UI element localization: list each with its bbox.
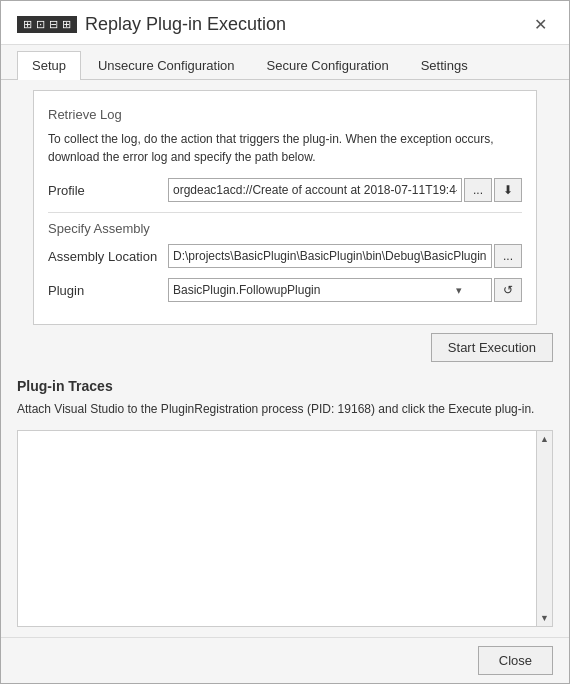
- traces-box: ▲ ▼: [17, 430, 553, 627]
- tab-secure-configuration[interactable]: Secure Configuration: [252, 51, 404, 79]
- scroll-down-button[interactable]: ▼: [537, 610, 553, 626]
- profile-input-group: ... ⬇: [168, 178, 522, 202]
- traces-section: Plug-in Traces Attach Visual Studio to t…: [1, 370, 569, 430]
- plugin-select-wrapper: BasicPlugin.FollowupPlugin: [168, 278, 492, 302]
- main-area: Retrieve Log To collect the log, do the …: [1, 80, 569, 637]
- retrieve-log-title: Retrieve Log: [48, 107, 522, 122]
- toolbar-icon-4[interactable]: ⊞: [62, 18, 71, 31]
- title-bar: ⊞ ⊡ ⊟ ⊞ Replay Plug-in Execution ✕: [1, 1, 569, 45]
- profile-row: Profile ... ⬇: [48, 178, 522, 202]
- panel-content: Retrieve Log To collect the log, do the …: [17, 90, 553, 325]
- profile-input[interactable]: [168, 178, 462, 202]
- plugin-label: Plugin: [48, 283, 168, 298]
- action-bar: Start Execution: [1, 325, 569, 370]
- setup-panel: Retrieve Log To collect the log, do the …: [33, 90, 537, 325]
- close-button[interactable]: Close: [478, 646, 553, 675]
- plugin-select[interactable]: BasicPlugin.FollowupPlugin: [168, 278, 492, 302]
- plugin-input-group: BasicPlugin.FollowupPlugin ↺: [168, 278, 522, 302]
- assembly-location-input[interactable]: [168, 244, 492, 268]
- tab-unsecure-configuration[interactable]: Unsecure Configuration: [83, 51, 250, 79]
- traces-scrollbar: ▲ ▼: [536, 431, 552, 626]
- specify-assembly-title: Specify Assembly: [48, 221, 522, 236]
- traces-title: Plug-in Traces: [17, 378, 553, 394]
- traces-description: Attach Visual Studio to the PluginRegist…: [17, 400, 553, 418]
- tab-setup[interactable]: Setup: [17, 51, 81, 80]
- dialog-title: Replay Plug-in Execution: [85, 14, 286, 35]
- assembly-location-label: Assembly Location: [48, 249, 168, 264]
- tab-bar: Setup Unsecure Configuration Secure Conf…: [1, 45, 569, 80]
- start-execution-button[interactable]: Start Execution: [431, 333, 553, 362]
- toolbar-icons: ⊞ ⊡ ⊟ ⊞: [17, 16, 77, 33]
- toolbar-icon-2[interactable]: ⊡: [36, 18, 45, 31]
- dialog: ⊞ ⊡ ⊟ ⊞ Replay Plug-in Execution ✕ Setup…: [0, 0, 570, 684]
- retrieve-log-description: To collect the log, do the action that t…: [48, 130, 522, 166]
- profile-download-button[interactable]: ⬇: [494, 178, 522, 202]
- plugin-row: Plugin BasicPlugin.FollowupPlugin ↺: [48, 278, 522, 302]
- profile-browse-button[interactable]: ...: [464, 178, 492, 202]
- section-divider: [48, 212, 522, 213]
- profile-label: Profile: [48, 183, 168, 198]
- assembly-location-input-group: ...: [168, 244, 522, 268]
- bottom-bar: Close: [1, 637, 569, 683]
- scroll-up-button[interactable]: ▲: [537, 431, 553, 447]
- assembly-location-row: Assembly Location ...: [48, 244, 522, 268]
- close-icon[interactable]: ✕: [528, 13, 553, 36]
- toolbar-icon-3[interactable]: ⊟: [49, 18, 58, 31]
- tab-settings[interactable]: Settings: [406, 51, 483, 79]
- title-bar-left: ⊞ ⊡ ⊟ ⊞ Replay Plug-in Execution: [17, 14, 286, 35]
- toolbar-icon-1[interactable]: ⊞: [23, 18, 32, 31]
- plugin-refresh-button[interactable]: ↺: [494, 278, 522, 302]
- assembly-browse-button[interactable]: ...: [494, 244, 522, 268]
